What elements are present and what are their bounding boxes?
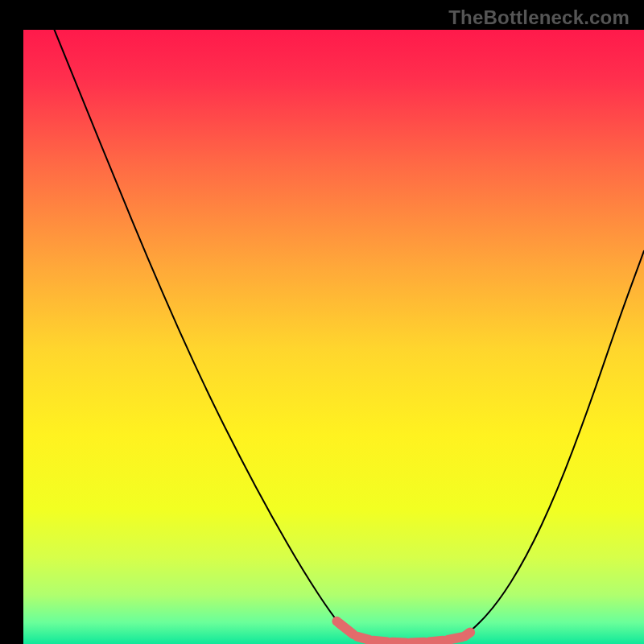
valley-marker-segment: [392, 642, 407, 643]
chart-plot-area: [23, 30, 644, 644]
valley-marker-segment: [411, 642, 425, 643]
valley-marker-segment: [374, 641, 388, 642]
chart-svg: [23, 30, 644, 644]
valley-marker-segment: [448, 637, 462, 639]
valley-marker-segment: [429, 641, 444, 642]
valley-marker-endcap: [332, 617, 341, 626]
valley-marker-segment: [357, 637, 369, 640]
watermark-text: TheBottleneck.com: [448, 6, 630, 29]
plot-background: [23, 30, 644, 644]
valley-marker-endcap: [465, 628, 475, 638]
